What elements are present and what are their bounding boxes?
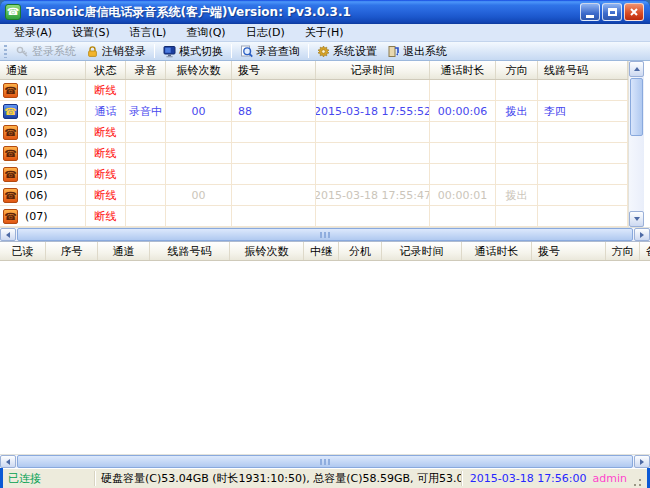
column-header[interactable]: 线路号码 <box>538 61 628 79</box>
column-header[interactable]: 方向 <box>496 61 538 79</box>
toolbar-separator <box>231 44 232 58</box>
records-table-body[interactable] <box>0 261 650 454</box>
arrow-left-icon <box>6 232 10 238</box>
title-bar[interactable]: ☎ Tansonic唐信电话录音系统(客户端)Version: Pv3.0.3.… <box>0 0 650 24</box>
cell-direction <box>496 143 538 163</box>
menu-login[interactable]: 登录(A) <box>4 24 62 41</box>
search-icon <box>240 45 253 58</box>
phone-offline-icon: ☎ <box>3 125 18 140</box>
phone-icon: ☎ <box>5 4 21 20</box>
channel-row[interactable]: ☎(02)通话录音中00882015-03-18 17:55:5200:00:0… <box>0 101 628 122</box>
column-header[interactable]: 通话时长 <box>430 61 496 79</box>
column-header[interactable]: 备注 <box>640 242 650 260</box>
cell-rings <box>166 80 232 100</box>
maximize-button[interactable] <box>602 3 622 21</box>
scroll-left-button[interactable] <box>0 228 16 241</box>
mode-switch-button[interactable]: 模式切换 <box>158 42 228 61</box>
column-header[interactable]: 中继 <box>304 242 339 260</box>
scroll-left-button[interactable] <box>0 455 16 468</box>
cell-dial <box>232 80 316 100</box>
column-header[interactable]: 记录时间 <box>316 61 430 79</box>
cell-recording <box>126 80 166 100</box>
cell-duration <box>430 164 496 184</box>
scroll-right-button[interactable] <box>634 455 650 468</box>
horizontal-scroll-thumb[interactable] <box>17 455 633 468</box>
column-header[interactable]: 录音 <box>126 61 166 79</box>
column-header[interactable]: 方向 <box>606 242 640 260</box>
cell-line_number <box>538 143 628 163</box>
close-button[interactable] <box>624 3 644 21</box>
cell-line_number <box>538 164 628 184</box>
channel-row[interactable]: ☎(05)断线 <box>0 164 628 185</box>
cell-rings: 00 <box>166 101 232 121</box>
cell-recording <box>126 164 166 184</box>
column-header[interactable]: 状态 <box>86 61 126 79</box>
logout-button[interactable]: 注销登录 <box>81 42 151 61</box>
channel-cell: ☎(02) <box>0 101 86 121</box>
menu-query[interactable]: 查询(Q) <box>176 24 235 41</box>
horizontal-scrollbar-top[interactable] <box>0 227 650 241</box>
cell-record_time <box>316 206 430 226</box>
scroll-up-button[interactable] <box>629 61 644 77</box>
channel-row[interactable]: ☎(07)断线 <box>0 206 628 227</box>
column-header[interactable]: 通道 <box>0 61 86 79</box>
column-header[interactable]: 记录时间 <box>382 242 462 260</box>
channel-row[interactable]: ☎(03)断线 <box>0 122 628 143</box>
channel-cell: ☎(03) <box>0 122 86 142</box>
cell-record_time <box>316 164 430 184</box>
scroll-down-button[interactable] <box>629 211 644 227</box>
call-records-panel: 已读序号通道线路号码振铃次数中继分机记录时间通话时长拨号方向备注 <box>0 241 650 468</box>
cell-status: 断线 <box>86 143 126 163</box>
horizontal-scrollbar-bottom[interactable] <box>0 454 650 468</box>
cell-duration: 00:00:01 <box>430 185 496 205</box>
horizontal-scroll-thumb[interactable] <box>17 228 633 241</box>
channel-row[interactable]: ☎(01)断线 <box>0 80 628 101</box>
cell-status: 断线 <box>86 122 126 142</box>
column-header[interactable]: 已读 <box>0 242 46 260</box>
disk-capacity-info: 硬盘容量(C)53.04GB (时长1931:10:50), 总容量(C)58.… <box>95 471 462 486</box>
menu-settings[interactable]: 设置(S) <box>62 24 120 41</box>
cell-rings: 00 <box>166 185 232 205</box>
column-header[interactable]: 分机 <box>339 242 382 260</box>
minimize-icon <box>586 15 594 18</box>
logged-in-user: admin <box>593 472 627 485</box>
menu-log[interactable]: 日志(D) <box>236 24 295 41</box>
column-header[interactable]: 通道 <box>98 242 150 260</box>
recording-query-label: 录音查询 <box>256 44 300 59</box>
cell-record_time: 2015-03-18 17:55:52 <box>316 101 430 121</box>
column-header[interactable]: 振铃次数 <box>230 242 304 260</box>
menu-bar: 登录(A) 设置(S) 语言(L) 查询(Q) 日志(D) 关于(H) <box>0 24 650 42</box>
vertical-scroll-track[interactable] <box>629 137 644 211</box>
vertical-scrollbar[interactable] <box>628 61 644 227</box>
cell-recording <box>126 185 166 205</box>
column-header[interactable]: 拨号 <box>532 242 606 260</box>
cell-record_time <box>316 143 430 163</box>
column-header[interactable]: 拨号 <box>232 61 316 79</box>
column-header[interactable]: 序号 <box>46 242 98 260</box>
cell-rings <box>166 164 232 184</box>
channel-label: (02) <box>25 105 48 118</box>
menu-about[interactable]: 关于(H) <box>295 24 354 41</box>
column-header[interactable]: 振铃次数 <box>166 61 232 79</box>
vertical-scroll-thumb[interactable] <box>630 78 643 136</box>
channel-row[interactable]: ☎(06)断线002015-03-18 17:55:4700:00:01拨出 <box>0 185 628 206</box>
cell-line_number <box>538 80 628 100</box>
exit-system-button[interactable]: 退出系统 <box>382 42 452 61</box>
cell-duration <box>430 122 496 142</box>
menu-language[interactable]: 语言(L) <box>120 24 177 41</box>
scroll-right-button[interactable] <box>634 228 650 241</box>
cell-duration <box>430 143 496 163</box>
toolbar-grip[interactable] <box>4 45 7 58</box>
phone-offline-icon: ☎ <box>3 188 18 203</box>
key-icon <box>16 45 29 58</box>
system-settings-button[interactable]: 系统设置 <box>312 42 382 61</box>
login-system-label: 登录系统 <box>32 44 76 59</box>
recording-query-button[interactable]: 录音查询 <box>235 42 305 61</box>
login-system-button: 登录系统 <box>11 42 81 61</box>
cell-direction <box>496 206 538 226</box>
channel-row[interactable]: ☎(04)断线 <box>0 143 628 164</box>
minimize-button[interactable] <box>580 3 600 21</box>
column-header[interactable]: 线路号码 <box>150 242 230 260</box>
column-header[interactable]: 通话时长 <box>462 242 532 260</box>
resize-grip-icon[interactable] <box>633 478 642 487</box>
